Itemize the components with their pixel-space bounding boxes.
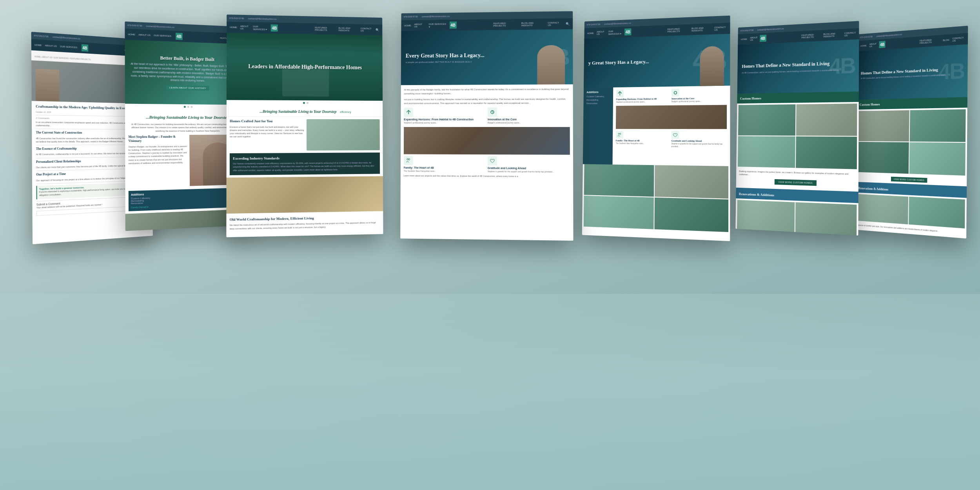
- nav-services-5[interactable]: OUR SERVICES ▾: [608, 30, 622, 35]
- phone-4: 479-549-5730: [403, 15, 418, 18]
- reno-grid-6: [735, 198, 858, 236]
- nav-contact-6[interactable]: CONTACT US: [844, 31, 856, 37]
- logo-text-1: CONSTRUCTION: [90, 46, 121, 52]
- hero-section-5: 4B y Great Story Has a Legacy...: [584, 34, 730, 88]
- innovation-title-5: Innovation at the Core: [671, 97, 727, 100]
- nav-about-6[interactable]: ABOUT US: [750, 36, 757, 41]
- nav-about-3[interactable]: ABOUT US: [240, 25, 250, 30]
- view-more-label-6[interactable]: VIEW MORE CUSTOM HOMES: [775, 179, 817, 185]
- search-icon-3[interactable]: 🔍: [376, 28, 379, 32]
- phone-1: 479-549-5730: [34, 34, 49, 38]
- hero-section-4: 4B Every Great Story Has a Legacy... a s…: [401, 29, 573, 85]
- phone-2: 479-549-5730: [127, 24, 142, 27]
- scene: 479-549-5730 contact@4bconstruction.co H…: [0, 0, 980, 490]
- nav-home-5[interactable]: HOME: [587, 32, 594, 34]
- nav-home-3[interactable]: HOME: [230, 26, 237, 28]
- reflection-surface: [0, 294, 980, 490]
- innovation-text-4: Badger's professional journey spans...: [488, 122, 570, 125]
- nav-home-4[interactable]: HOME: [404, 24, 411, 27]
- svg-point-5: [620, 133, 621, 134]
- services-renovation-5: Renovation: [586, 102, 610, 104]
- svg-point-4: [618, 133, 619, 134]
- expanding-icon-4: [404, 108, 413, 117]
- nav-about-1[interactable]: ABOUT US: [45, 44, 57, 47]
- reno-img-6b: [795, 202, 857, 235]
- nav-about-5[interactable]: ABOUT US: [597, 31, 605, 35]
- old-world-text-3: We blend the meticulous art of old world…: [230, 221, 380, 230]
- nav-links-right-7: FEATURED PROJECTS BLOG CONTACT US: [920, 36, 965, 44]
- nav-blog-3[interactable]: BLOG AND INSIGHTS: [339, 27, 358, 32]
- hero-text-3: Leaders in Affordable High-Performance H…: [227, 33, 383, 101]
- nav-home-6[interactable]: HOME: [741, 38, 747, 41]
- family-col-4: Family: The Heart of 4B The Southern New…: [404, 156, 485, 173]
- nav-featured-7[interactable]: FEATURED PROJECTS: [920, 38, 940, 44]
- homes-crafted-img-3: [307, 119, 380, 151]
- nav-featured-4[interactable]: FEATURED PROJECTS: [493, 22, 518, 27]
- nav-contact-7[interactable]: CONTACT US: [953, 36, 965, 42]
- main-content-4: At the pinnacle of the Badger family, la…: [401, 84, 573, 181]
- nav-featured-3[interactable]: FEATURED PROJECTS: [315, 26, 336, 31]
- nav-services-4[interactable]: OUR SERVICES ▾: [428, 23, 447, 28]
- foundation-text-4: At the pinnacle of the Badger family, la…: [404, 87, 570, 96]
- house-img-7b: [910, 109, 966, 142]
- house-img-5d: [654, 198, 728, 232]
- house-grid-7: [856, 108, 967, 178]
- nav-links-6: HOME ABOUT US: [741, 36, 758, 42]
- logo-text-6: CONSTRUCTION: [768, 34, 799, 40]
- logo-text-2: CONSTRUCTION: [184, 34, 216, 40]
- hero-main-title-3: Leaders in Affordable High-Performance H…: [248, 63, 362, 71]
- view-more-label-7[interactable]: VIEW MORE CUSTOM HOMES: [891, 177, 927, 183]
- nav-contact-5[interactable]: CONTACT US: [714, 26, 727, 31]
- services-sidebar-5: Additions Custom Cabinetry Remodeling Re…: [583, 87, 613, 165]
- innovation-col-5: Innovation at the Core Badger's professi…: [671, 88, 727, 103]
- nav-featured-5[interactable]: FEATURED PROJECTS: [668, 27, 688, 33]
- logo-area-1: 4B CONSTRUCTION: [80, 44, 122, 53]
- logo-icon-4: 4B: [450, 22, 457, 29]
- hero-section-7: 4B Homes That Define a New Standard in L…: [857, 44, 968, 100]
- services-remodeling-5: Remodeling: [586, 98, 610, 101]
- nav-links-4: HOME ABOUT US OUR SERVICES ▾: [404, 23, 447, 28]
- view-more-btn-6[interactable]: VIEW MORE CUSTOM HOMES: [739, 178, 855, 187]
- nav-blog-5[interactable]: BLOG AND INSIGHTS: [691, 27, 711, 32]
- founder-text-col: Meet Stephen Badger – Founder & Visionar…: [128, 135, 187, 188]
- learn-more-text-4: Learn more about our projects and the va…: [404, 174, 570, 178]
- nav-blog-6[interactable]: BLOG AND INSIGHTS: [823, 32, 841, 38]
- nav-about-4[interactable]: ABOUT US: [414, 23, 426, 28]
- nav-services-3[interactable]: OUR SERVICES ▾: [253, 25, 268, 31]
- innovation-title-4: Innovation at the Core: [488, 118, 570, 121]
- efficiency-label-3: efficiency: [340, 111, 351, 113]
- reno-img-7a: [857, 194, 908, 224]
- nav-blog-4[interactable]: BLOG AND INSIGHTS: [521, 22, 544, 27]
- logo-area-5: 4B CONSTRUCTION: [624, 27, 665, 35]
- nav-contact-3[interactable]: CONTACT US: [361, 27, 373, 32]
- house-img-6a: [738, 104, 796, 136]
- dot-1: [183, 106, 185, 108]
- nav-home-1[interactable]: HOME: [34, 44, 42, 46]
- grown-text-4: not just in building homes but in crafti…: [404, 98, 570, 105]
- nav-links-right-4: FEATURED PROJECTS BLOG AND INSIGHTS CONT…: [493, 22, 570, 27]
- gratitude-text-4: Stephen is grateful for the support and …: [488, 170, 570, 174]
- hero-person-5: [700, 46, 724, 86]
- phone-7: 479-549-5730: [860, 35, 873, 38]
- services-main-5: Expanding Horizons: From Habitat to 4B S…: [613, 85, 730, 166]
- nav-home-2[interactable]: HOME: [128, 33, 135, 36]
- nav-home-7[interactable]: HOME: [860, 44, 867, 47]
- dot-2: [187, 106, 189, 108]
- nav-blog-7[interactable]: BLOG: [943, 39, 949, 42]
- expanding-text-5: Stephen's professional journey spans...: [616, 101, 669, 104]
- nav-about-7[interactable]: ABOUT US: [869, 43, 877, 48]
- interior-img-3: [227, 176, 383, 214]
- hero-cta-btn-2[interactable]: LEARN ABOUT OUR HISTORY: [166, 85, 209, 91]
- renovations-label-6: Renovations & Additions: [739, 192, 774, 197]
- nav-services-2[interactable]: OUR SERVICES: [154, 34, 171, 37]
- search-icon-4[interactable]: 🔍: [566, 22, 570, 25]
- nav-links-3: HOME ABOUT US OUR SERVICES ▾: [230, 25, 268, 31]
- homes-crafted-body-3: Envision a home that's not just built, b…: [230, 125, 305, 138]
- expanding-text-4: Stephen's professional journey spans...: [404, 122, 485, 125]
- svg-point-2: [408, 158, 410, 160]
- nav-services-1[interactable]: OUR SERVICES: [60, 45, 77, 49]
- nav-featured-6[interactable]: FEATURED PROJECTS: [802, 33, 820, 39]
- nav-about-2[interactable]: ABOUT US: [138, 34, 151, 36]
- family-text-5: The Southern New Hampshire roots...: [616, 142, 669, 145]
- nav-contact-4[interactable]: CONTACT US: [548, 22, 563, 26]
